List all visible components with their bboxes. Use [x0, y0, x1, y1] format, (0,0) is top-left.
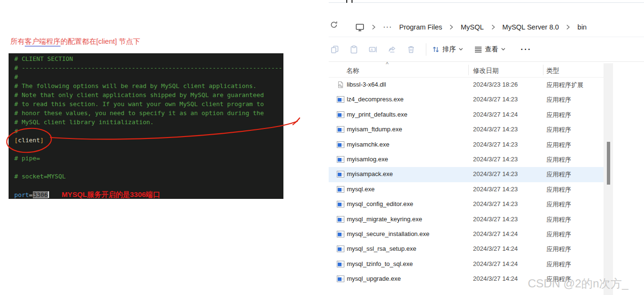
exe-file-icon — [337, 200, 344, 208]
file-name: mysql_tzinfo_to_sql.exe — [347, 260, 413, 267]
breadcrumb-segment[interactable]: MySQL Server 8.0 — [503, 23, 559, 31]
file-row[interactable]: libssl-3-x64.dll 2024/3/23 18:26 应用程序扩展 — [329, 78, 604, 92]
svg-text:A: A — [371, 47, 373, 51]
view-button[interactable]: 查看 — [474, 45, 505, 54]
paste-icon[interactable] — [350, 45, 358, 54]
file-row[interactable]: mysql_tzinfo_to_sql.exe 2024/3/27 14:24 … — [329, 257, 604, 272]
ini-code-block: # CLIENT SECTION# ----------------------… — [9, 53, 283, 199]
file-date-modified: 2024/3/27 14:24 — [473, 260, 518, 267]
sort-button[interactable]: 排序 — [432, 45, 463, 54]
breadcrumb: ··· Program FilesMySQLMySQL Server 8.0bi… — [355, 19, 587, 36]
copy-icon[interactable] — [331, 45, 339, 54]
chevron-right-icon[interactable] — [372, 24, 376, 30]
screenshot-canvas: 所有客户端程序的配置都在[client] 节点下 # CLIENT SECTIO… — [0, 0, 644, 295]
file-name: mysql_ssl_rsa_setup.exe — [347, 245, 416, 252]
view-list-icon — [474, 46, 482, 53]
file-name: libssl-3-x64.dll — [347, 81, 386, 88]
file-row[interactable]: myisamlog.exe 2024/3/27 14:23 应用程序 — [329, 152, 604, 167]
file-list: libssl-3-x64.dll 2024/3/23 18:26 应用程序扩展 … — [329, 78, 604, 286]
file-type: 应用程序 — [546, 96, 571, 104]
port-value-selected: 3306 — [33, 191, 49, 198]
code-line — [14, 163, 283, 172]
file-date-modified: 2024/3/27 14:23 — [473, 186, 518, 193]
section-name: client — [18, 137, 40, 144]
breadcrumb-segment[interactable]: MySQL — [461, 23, 483, 31]
column-separator[interactable] — [468, 65, 469, 75]
toolbar-separator — [426, 43, 426, 56]
file-row[interactable]: mysql_ssl_rsa_setup.exe 2024/3/27 14:24 … — [329, 242, 604, 256]
file-type: 应用程序 — [546, 170, 571, 179]
rename-icon[interactable]: A — [369, 45, 377, 54]
file-date-modified: 2024/3/27 14:24 — [473, 245, 518, 252]
file-row[interactable]: mysql_secure_installation.exe 2024/3/27 … — [329, 227, 604, 242]
file-row[interactable]: lz4_decompress.exe 2024/3/27 14:23 应用程序 — [329, 92, 604, 107]
file-row[interactable]: mysql_config_editor.exe 2024/3/27 14:23 … — [329, 197, 604, 212]
code-line: # --------------------------------------… — [14, 63, 283, 72]
refresh-icon[interactable] — [330, 20, 338, 29]
file-date-modified: 2024/3/27 14:23 — [473, 156, 518, 163]
file-date-modified: 2024/3/27 14:23 — [473, 96, 518, 103]
file-row[interactable]: my_print_defaults.exe 2024/3/27 14:24 应用… — [329, 108, 604, 122]
address-bar: ··· Program FilesMySQLMySQL Server 8.0bi… — [329, 3, 644, 37]
breadcrumb-segment[interactable]: Program Files — [399, 23, 442, 31]
chevron-down-icon — [459, 48, 463, 51]
exe-file-icon — [337, 170, 344, 178]
exe-file-icon — [337, 96, 344, 103]
exe-file-icon — [337, 245, 344, 253]
section-bracket: [ — [14, 137, 18, 144]
file-date-modified: 2024/3/27 14:24 — [473, 111, 518, 118]
file-type: 应用程序 — [546, 230, 571, 239]
delete-icon[interactable] — [407, 45, 415, 54]
code-line: # Note that only client applications shi… — [14, 90, 283, 99]
exe-file-icon — [337, 141, 344, 148]
column-header-type[interactable]: 类型 — [546, 67, 559, 75]
explorer-toolbar: A 排序 查看 ··· — [329, 37, 644, 62]
equals-sign: = — [29, 191, 33, 198]
chevron-right-icon[interactable] — [566, 24, 570, 30]
code-line: # to read this section. If you want your… — [14, 99, 283, 108]
annotation-title-prefix: 所有 — [10, 37, 25, 45]
file-row[interactable]: mysql_migrate_keyring.exe 2024/3/27 14:2… — [329, 212, 604, 227]
exe-file-icon — [337, 126, 344, 133]
chevron-right-icon[interactable] — [449, 24, 453, 30]
column-headers: ^ 名称 修改日期 类型 — [329, 63, 604, 78]
scrollbar-track[interactable] — [604, 63, 613, 295]
file-type: 应用程序 — [546, 141, 571, 149]
file-row[interactable]: myisamchk.exe 2024/3/27 14:23 应用程序 — [329, 138, 604, 152]
scrollbar-thumb[interactable] — [607, 142, 610, 185]
file-date-modified: 2024/3/27 14:24 — [473, 230, 518, 237]
code-line: # The following options will be read by … — [14, 81, 283, 90]
file-type: 应用程序扩展 — [546, 81, 584, 89]
exe-file-icon — [337, 216, 344, 223]
exe-file-icon — [337, 111, 344, 118]
csdn-watermark: CSDN @2的n次方_ — [528, 276, 628, 291]
dll-file-icon — [337, 81, 344, 88]
chevron-right-icon[interactable] — [491, 24, 495, 30]
share-icon[interactable] — [388, 45, 396, 54]
file-type: 应用程序 — [546, 156, 571, 164]
exe-file-icon — [337, 186, 344, 193]
file-date-modified: 2024/3/27 14:23 — [473, 141, 518, 148]
file-type: 应用程序 — [546, 200, 571, 209]
file-date-modified: 2024/3/27 14:23 — [473, 216, 518, 223]
file-row[interactable]: myisam_ftdump.exe 2024/3/27 14:23 应用程序 — [329, 122, 604, 137]
code-line: port=3306MYSQL服务开启的是3306端口 — [14, 190, 283, 199]
column-separator[interactable] — [543, 65, 543, 75]
column-header-name[interactable]: 名称 — [346, 67, 359, 75]
this-pc-icon[interactable] — [355, 23, 364, 32]
breadcrumb-segments: Program FilesMySQLMySQL Server 8.0bin — [399, 23, 587, 31]
file-row[interactable]: mysql.exe 2024/3/27 14:23 应用程序 — [329, 182, 604, 197]
file-type: 应用程序 — [546, 260, 571, 269]
exe-file-icon — [337, 156, 344, 163]
port-keyword: port — [14, 191, 29, 198]
breadcrumb-segment[interactable]: bin — [577, 23, 586, 31]
column-header-date[interactable]: 修改日期 — [473, 67, 499, 75]
code-lines: # CLIENT SECTION# ----------------------… — [14, 54, 283, 199]
file-name: mysql.exe — [347, 186, 375, 193]
more-options-button[interactable]: ··· — [521, 45, 532, 54]
file-row[interactable]: myisampack.exe 2024/3/27 14:23 应用程序 — [329, 167, 604, 182]
breadcrumb-ellipsis[interactable]: ··· — [383, 23, 392, 31]
code-line — [14, 181, 283, 190]
annotation-title: 所有客户端程序的配置都在[client] 节点下 — [10, 37, 141, 46]
exe-file-icon — [337, 260, 344, 268]
